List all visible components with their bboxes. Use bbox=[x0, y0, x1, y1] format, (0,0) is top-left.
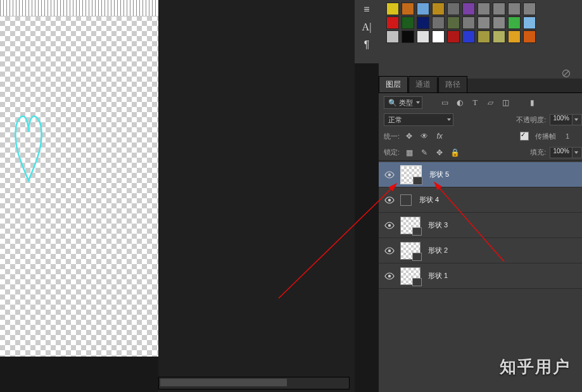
layer-row[interactable]: 形状 1 bbox=[379, 263, 582, 289]
swatch[interactable] bbox=[402, 3, 414, 15]
swatch[interactable] bbox=[478, 16, 490, 29]
propagate-value: 1 bbox=[566, 132, 569, 140]
unify-visibility-icon[interactable]: 👁 bbox=[419, 130, 430, 142]
svg-point-5 bbox=[388, 249, 391, 251]
layer-thumbnail[interactable] bbox=[400, 217, 421, 234]
layer-thumbnail[interactable] bbox=[400, 242, 421, 260]
filter-toggle-icon[interactable]: ▮ bbox=[526, 97, 538, 108]
heart-shape[interactable] bbox=[13, 114, 44, 184]
vector-mask-badge bbox=[412, 278, 422, 286]
blend-row: 正常 不透明度: 100% bbox=[379, 113, 582, 127]
layers-list: 形状 5形状 4形状 3形状 2形状 1 bbox=[379, 162, 582, 289]
opacity-label: 不透明度: bbox=[516, 115, 546, 125]
unify-position-icon[interactable]: ✥ bbox=[403, 130, 415, 142]
unify-row: 统一: ✥ 👁 fx 传播帧 1 bbox=[379, 129, 582, 143]
filter-pixel-icon[interactable]: ▭ bbox=[439, 97, 450, 108]
swatch[interactable] bbox=[508, 30, 521, 43]
layer-name[interactable]: 形状 4 bbox=[419, 195, 439, 205]
swatch[interactable] bbox=[493, 3, 505, 15]
swatch[interactable] bbox=[432, 30, 445, 43]
horizontal-scrollbar[interactable] bbox=[158, 377, 350, 389]
filter-adjust-icon[interactable]: ◐ bbox=[454, 97, 465, 108]
swatch[interactable] bbox=[432, 3, 445, 15]
layer-row[interactable]: 形状 2 bbox=[379, 238, 582, 263]
filter-smart-icon[interactable]: ◫ bbox=[500, 97, 511, 108]
lock-pixels-icon[interactable]: ✎ bbox=[419, 147, 430, 158]
vector-mask-badge bbox=[412, 253, 422, 261]
panel-tabs: 图层 通道 路径 bbox=[379, 79, 582, 93]
svg-point-3 bbox=[388, 198, 391, 201]
swatch[interactable] bbox=[478, 30, 490, 43]
swatches-panel bbox=[379, 0, 582, 80]
layer-row[interactable]: 形状 5 bbox=[379, 162, 582, 187]
swatch[interactable] bbox=[417, 30, 429, 43]
swatch[interactable] bbox=[462, 16, 475, 29]
lock-row: 锁定: ▦ ✎ ✥ 🔒 填充: 100% bbox=[379, 147, 582, 161]
filter-type-dropdown[interactable]: 🔍 类型 bbox=[384, 96, 422, 109]
layer-thumbnail[interactable] bbox=[400, 165, 422, 184]
blend-mode-dropdown[interactable]: 正常 bbox=[384, 113, 453, 126]
layer-name[interactable]: 形状 2 bbox=[428, 246, 448, 255]
unify-style-icon[interactable]: fx bbox=[434, 130, 445, 142]
vertical-toolstrip: ≡ A| ¶ bbox=[355, 0, 379, 63]
visibility-eye-icon[interactable] bbox=[379, 171, 400, 179]
visibility-eye-icon[interactable] bbox=[379, 196, 400, 204]
layer-row[interactable]: 形状 4 bbox=[379, 187, 582, 213]
swatch[interactable] bbox=[493, 30, 505, 43]
layer-thumbnail[interactable] bbox=[400, 267, 421, 285]
svg-line-1 bbox=[564, 71, 569, 76]
propagate-label: 传播帧 bbox=[535, 132, 556, 141]
tab-channels[interactable]: 通道 bbox=[408, 76, 438, 92]
swatch[interactable] bbox=[523, 16, 536, 29]
filter-shape-icon[interactable]: ▱ bbox=[484, 97, 496, 108]
justify-icon[interactable]: ≡ bbox=[357, 1, 376, 18]
paragraph-icon[interactable]: ¶ bbox=[357, 37, 376, 53]
tab-layers[interactable]: 图层 bbox=[379, 76, 408, 92]
swatch[interactable] bbox=[523, 30, 536, 43]
fill-value[interactable]: 100% bbox=[550, 147, 573, 158]
fill-label: 填充: bbox=[530, 148, 546, 157]
layer-row[interactable]: 形状 3 bbox=[379, 213, 582, 238]
swatch[interactable] bbox=[478, 3, 490, 15]
layer-thumbnail[interactable] bbox=[400, 194, 412, 206]
swatch[interactable] bbox=[386, 3, 399, 15]
opacity-slider-button[interactable] bbox=[573, 114, 582, 125]
lock-transparency-icon[interactable]: ▦ bbox=[403, 147, 415, 158]
swatch[interactable] bbox=[447, 30, 460, 43]
swatch[interactable] bbox=[386, 16, 399, 29]
search-icon: 🔍 bbox=[388, 99, 397, 107]
visibility-eye-icon[interactable] bbox=[379, 247, 400, 255]
fill-slider-button[interactable] bbox=[573, 147, 582, 158]
swatch[interactable] bbox=[447, 3, 460, 15]
swatch[interactable] bbox=[508, 16, 521, 29]
transparency-background bbox=[0, 16, 158, 357]
swatch[interactable] bbox=[417, 16, 429, 29]
visibility-eye-icon[interactable] bbox=[379, 272, 400, 280]
swatch[interactable] bbox=[402, 30, 414, 43]
swatch[interactable] bbox=[462, 3, 475, 15]
no-edit-icon bbox=[562, 69, 571, 78]
opacity-value[interactable]: 100% bbox=[550, 114, 573, 125]
swatch[interactable] bbox=[447, 16, 460, 29]
swatch[interactable] bbox=[417, 3, 429, 15]
layer-name[interactable]: 形状 3 bbox=[428, 220, 448, 230]
tab-paths[interactable]: 路径 bbox=[438, 76, 467, 92]
swatch[interactable] bbox=[523, 3, 536, 15]
visibility-eye-icon[interactable] bbox=[379, 222, 400, 229]
layer-name[interactable]: 形状 1 bbox=[428, 271, 448, 281]
canvas[interactable] bbox=[0, 0, 158, 357]
swatch[interactable] bbox=[402, 16, 414, 29]
lock-all-icon[interactable]: 🔒 bbox=[449, 147, 460, 158]
unify-label: 统一: bbox=[384, 132, 400, 141]
text-tool-icon[interactable]: A| bbox=[357, 19, 376, 35]
layer-name[interactable]: 形状 5 bbox=[429, 170, 449, 179]
propagate-checkbox[interactable] bbox=[520, 132, 529, 141]
filter-text-icon[interactable]: T bbox=[469, 97, 481, 108]
swatch[interactable] bbox=[508, 3, 521, 15]
swatch[interactable] bbox=[386, 30, 399, 43]
workspace-background bbox=[158, 0, 355, 392]
swatch[interactable] bbox=[462, 30, 475, 43]
lock-position-icon[interactable]: ✥ bbox=[434, 147, 445, 158]
swatch[interactable] bbox=[493, 16, 505, 29]
swatch[interactable] bbox=[432, 16, 445, 29]
